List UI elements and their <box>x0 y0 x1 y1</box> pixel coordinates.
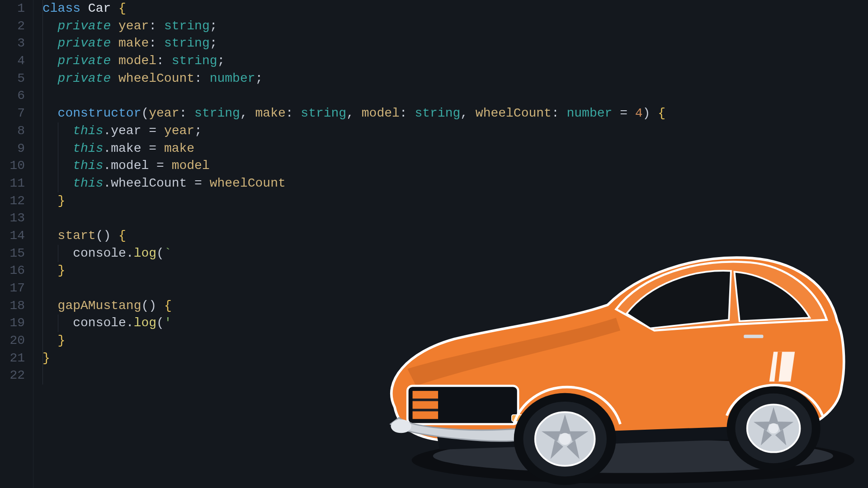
token: : <box>400 106 415 120</box>
token: ' <box>164 316 172 330</box>
code-line[interactable]: this.model = model <box>42 157 665 175</box>
token: . <box>103 159 111 173</box>
code-line[interactable] <box>42 87 665 105</box>
token: = <box>149 159 171 173</box>
line-number: 1 <box>0 0 25 18</box>
token: string <box>164 36 210 50</box>
code-line[interactable]: console.log(` <box>42 245 665 263</box>
token: . <box>103 124 111 138</box>
code-line[interactable]: this.make = make <box>42 140 665 158</box>
code-line[interactable]: } <box>42 262 665 280</box>
token: { <box>118 1 126 15</box>
token: class <box>42 1 80 15</box>
token: . <box>126 316 134 330</box>
code-line[interactable] <box>42 210 665 227</box>
token: make <box>118 36 149 50</box>
token: string <box>164 19 210 33</box>
line-number: 17 <box>0 280 25 297</box>
token: ; <box>210 19 217 33</box>
token: . <box>103 141 111 155</box>
line-number: 8 <box>0 122 25 140</box>
token: { <box>118 229 126 243</box>
token: year <box>164 124 194 138</box>
code-line[interactable] <box>42 367 665 385</box>
code-line[interactable]: constructor(year: string, make: string, … <box>42 105 665 122</box>
token: string <box>301 106 346 120</box>
code-line[interactable]: private model: string; <box>42 52 665 70</box>
token: = <box>187 176 209 190</box>
token: string <box>172 54 217 68</box>
token: constructor <box>58 106 142 120</box>
token: Car <box>88 1 111 15</box>
token <box>111 54 118 68</box>
token: wheelCount <box>118 71 194 85</box>
line-number: 22 <box>0 367 25 385</box>
token: } <box>58 194 66 208</box>
token: ; <box>194 124 202 138</box>
line-number: 19 <box>0 314 25 332</box>
code-line[interactable]: class Car { <box>42 0 665 18</box>
line-number: 16 <box>0 262 25 280</box>
code-area[interactable]: class Car { private year: string; privat… <box>33 0 665 488</box>
code-line[interactable]: private year: string; <box>42 18 665 35</box>
line-number: 12 <box>0 192 25 210</box>
code-line[interactable]: this.year = year; <box>42 122 665 140</box>
code-line[interactable]: console.log(' <box>42 314 665 332</box>
code-line[interactable]: } <box>42 350 665 367</box>
token: ( <box>156 246 164 260</box>
token: : <box>149 36 164 50</box>
line-number: 18 <box>0 297 25 315</box>
token: number <box>210 71 255 85</box>
token: : <box>552 106 567 120</box>
code-editor[interactable]: 12345678910111213141516171819202122 clas… <box>0 0 868 488</box>
token: : <box>194 71 210 85</box>
code-line[interactable]: start() { <box>42 227 665 245</box>
token: ( <box>141 106 149 120</box>
code-line[interactable]: gapAMustang() { <box>42 297 665 315</box>
token: { <box>658 106 665 120</box>
token: , <box>240 106 255 120</box>
token: private <box>58 19 111 33</box>
code-line[interactable]: private make: string; <box>42 35 665 52</box>
token: private <box>58 54 111 68</box>
token: log <box>134 246 156 260</box>
token: : <box>179 106 194 120</box>
token: ; <box>217 54 225 68</box>
token: { <box>164 299 172 313</box>
line-number: 6 <box>0 87 25 105</box>
code-line[interactable] <box>42 280 665 297</box>
token: wheelCount <box>111 176 187 190</box>
line-number-gutter: 12345678910111213141516171819202122 <box>0 0 33 488</box>
token: = <box>612 106 635 120</box>
token: start <box>58 229 96 243</box>
token: make <box>111 141 141 155</box>
line-number: 5 <box>0 70 25 88</box>
token: gapAMustang <box>58 299 142 313</box>
token: log <box>134 316 156 330</box>
code-line[interactable]: } <box>42 332 665 350</box>
token: year <box>111 124 141 138</box>
token: = <box>141 141 164 155</box>
token <box>80 1 88 15</box>
token: . <box>126 246 134 260</box>
token: () <box>96 229 118 243</box>
token: } <box>58 333 66 347</box>
token: : <box>156 54 172 68</box>
token: model <box>118 54 156 68</box>
token: private <box>58 71 111 85</box>
token: this <box>73 159 103 173</box>
token: 4 <box>635 106 643 120</box>
code-line[interactable]: private wheelCount: number; <box>42 70 665 88</box>
token: console <box>73 316 126 330</box>
line-number: 3 <box>0 35 25 52</box>
token: , <box>346 106 362 120</box>
code-line[interactable]: } <box>42 192 665 210</box>
token <box>111 1 118 15</box>
token: model <box>172 159 210 173</box>
token <box>111 36 118 50</box>
line-number: 20 <box>0 332 25 350</box>
line-number: 15 <box>0 245 25 263</box>
code-line[interactable]: this.wheelCount = wheelCount <box>42 175 665 192</box>
token: = <box>141 124 164 138</box>
token: string <box>194 106 240 120</box>
